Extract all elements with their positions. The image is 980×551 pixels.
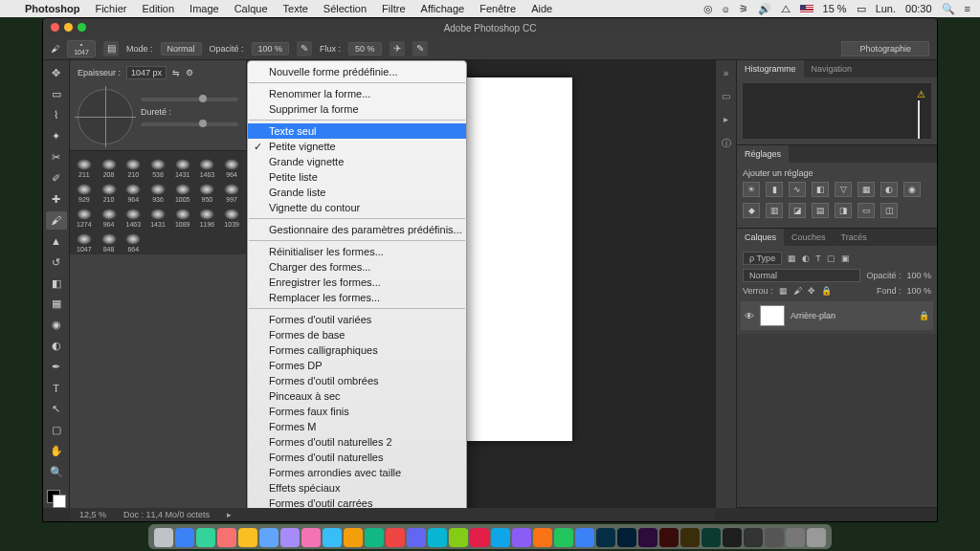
brush-tool-icon[interactable]: 🖌 xyxy=(46,211,67,230)
menubar-item[interactable]: Sélection xyxy=(316,3,374,14)
context-menu-item[interactable]: Petite vignette xyxy=(248,139,466,154)
dock-app-icon[interactable] xyxy=(217,528,236,547)
context-menu-item[interactable]: Supprimer la forme xyxy=(248,101,466,117)
dock-app-icon[interactable] xyxy=(533,528,552,547)
context-menu-item[interactable]: Formes faux finis xyxy=(248,404,466,419)
hue-adjust-icon[interactable]: ▦ xyxy=(858,182,875,197)
context-menu-item[interactable]: Grande liste xyxy=(248,185,466,200)
dodge-tool-icon[interactable]: ◐ xyxy=(46,337,67,355)
dock-app-icon[interactable] xyxy=(575,528,594,547)
actions-panel-icon[interactable]: ▸ xyxy=(720,114,733,127)
brush-preset-cell[interactable]: 538 xyxy=(145,153,170,178)
zoom-level[interactable]: 12,5 % xyxy=(79,510,106,519)
dock-app-icon[interactable] xyxy=(386,528,405,547)
context-menu-item[interactable]: Grande vignette xyxy=(248,154,466,169)
layer-opacity-value[interactable]: 100 % xyxy=(906,271,931,280)
zoom-tool-icon[interactable]: 🔍 xyxy=(46,463,67,481)
dock-app-icon[interactable] xyxy=(786,528,805,547)
brush-preset-cell[interactable]: 1274 xyxy=(72,203,97,228)
dock-app-icon[interactable] xyxy=(154,528,173,547)
brush-preset-cell[interactable]: 211 xyxy=(72,153,97,178)
dock-app-icon[interactable] xyxy=(344,528,363,547)
brush-preset-cell[interactable]: 208 xyxy=(97,153,122,178)
context-menu-item[interactable]: Enregistrer les formes... xyxy=(248,275,466,290)
status-arrow-icon[interactable]: ▸ xyxy=(227,510,232,519)
context-menu-item[interactable]: Réinitialiser les formes... xyxy=(248,244,466,259)
status-icon[interactable]: ◎ xyxy=(703,3,713,15)
dock-app-icon[interactable] xyxy=(323,528,342,547)
dock-app-icon[interactable] xyxy=(238,528,257,547)
opacity-input[interactable]: 100 % xyxy=(252,42,290,55)
brush-preset-cell[interactable]: 964 xyxy=(97,203,122,228)
brush-preset-cell[interactable]: 1089 xyxy=(170,203,195,228)
brush-preset-cell[interactable]: 997 xyxy=(219,178,244,203)
filter-pixel-icon[interactable]: ▦ xyxy=(788,253,796,263)
filter-type-icon[interactable]: T xyxy=(815,253,821,263)
context-menu-item[interactable]: Texte seul xyxy=(248,123,466,139)
crop-tool-icon[interactable]: ✂ xyxy=(46,148,67,166)
status-icon[interactable]: ⌾ xyxy=(723,3,729,14)
context-menu-item[interactable]: Formes M xyxy=(248,419,466,434)
gradient-map-icon[interactable]: ▭ xyxy=(858,203,875,218)
dock-app-icon[interactable] xyxy=(365,528,384,547)
history-brush-tool-icon[interactable]: ↺ xyxy=(46,253,67,272)
tab-layers[interactable]: Calques xyxy=(737,229,784,246)
brush-preset-cell[interactable]: 1463 xyxy=(195,153,220,178)
minimize-window-button[interactable] xyxy=(64,23,73,32)
dock-app-icon[interactable] xyxy=(175,528,194,547)
dock-app-icon[interactable] xyxy=(807,528,826,547)
brush-preset-cell[interactable]: 1005 xyxy=(170,178,195,203)
doc-info[interactable]: Doc : 11,4 Mo/0 octets xyxy=(123,510,210,519)
notification-center-icon[interactable]: ≡ xyxy=(965,3,970,14)
close-window-button[interactable] xyxy=(51,23,59,32)
context-menu-item[interactable]: Formes arrondies avec taille xyxy=(248,465,466,480)
brush-preset-cell[interactable]: 1196 xyxy=(195,203,220,228)
dock-app-icon[interactable] xyxy=(659,528,679,547)
context-menu-item[interactable]: Gestionnaire des paramètres prédéfinis..… xyxy=(248,222,466,237)
filter-smart-icon[interactable]: ▣ xyxy=(841,253,850,263)
dock-app-icon[interactable] xyxy=(428,528,447,547)
dock-app-icon[interactable] xyxy=(744,528,763,547)
lasso-tool-icon[interactable]: ⌇ xyxy=(46,106,67,124)
color-swatches[interactable] xyxy=(47,490,66,508)
selective-color-icon[interactable]: ◫ xyxy=(880,203,898,218)
menubar-item[interactable]: Affichage xyxy=(413,3,473,14)
zoom-window-button[interactable] xyxy=(78,23,86,32)
opacity-pressure-icon[interactable]: ✎ xyxy=(297,41,312,56)
marquee-tool-icon[interactable]: ▭ xyxy=(46,85,67,103)
volume-icon[interactable]: 🔊 xyxy=(758,3,771,15)
lock-position-icon[interactable]: ✥ xyxy=(808,286,815,296)
context-menu-item[interactable]: Vignette du contour xyxy=(248,200,466,215)
move-tool-icon[interactable]: ✥ xyxy=(46,64,67,82)
dock-app-icon[interactable] xyxy=(554,528,573,547)
dock-app-icon[interactable] xyxy=(617,528,636,547)
menubar-item[interactable]: Edition xyxy=(134,3,182,14)
visibility-eye-icon[interactable]: 👁 xyxy=(745,311,754,321)
wifi-icon[interactable]: ⧍ xyxy=(781,3,791,15)
color-lookup-icon[interactable]: ▥ xyxy=(766,203,783,218)
threshold-adjust-icon[interactable]: ◨ xyxy=(835,203,852,218)
context-menu-item[interactable]: Charger des formes... xyxy=(248,259,466,275)
brush-preset-picker[interactable]: •1047 xyxy=(67,40,96,57)
healing-tool-icon[interactable]: ✚ xyxy=(46,190,67,209)
curves-adjust-icon[interactable]: ∿ xyxy=(789,182,806,197)
panel-menu-icon[interactable]: ⚙ xyxy=(186,68,193,77)
lock-transparency-icon[interactable]: ▦ xyxy=(779,286,788,296)
context-menu-item[interactable]: Effets spéciaux xyxy=(248,480,466,496)
dock-app-icon[interactable] xyxy=(765,528,784,547)
airbrush-icon[interactable]: ✈ xyxy=(390,41,405,56)
channel-mixer-icon[interactable]: ◆ xyxy=(743,203,760,218)
eyedropper-tool-icon[interactable]: ✐ xyxy=(46,169,67,187)
pen-tool-icon[interactable]: ✒ xyxy=(46,358,67,376)
bw-adjust-icon[interactable]: ◐ xyxy=(880,182,898,197)
lock-all-icon[interactable]: 🔒 xyxy=(821,286,832,296)
blur-tool-icon[interactable]: ◉ xyxy=(46,316,67,334)
tab-navigation[interactable]: Navigation xyxy=(804,60,860,77)
arrow-icon[interactable]: » xyxy=(720,68,733,81)
context-menu-item[interactable]: Petite liste xyxy=(248,169,466,185)
quick-select-tool-icon[interactable]: ✦ xyxy=(46,127,67,145)
brush-hardness-slider[interactable] xyxy=(141,122,238,126)
context-menu-item[interactable]: Formes d'outil naturelles 2 xyxy=(248,434,466,450)
brush-preset-cell[interactable]: 664 xyxy=(121,228,145,253)
gradient-tool-icon[interactable]: ▦ xyxy=(46,295,67,313)
